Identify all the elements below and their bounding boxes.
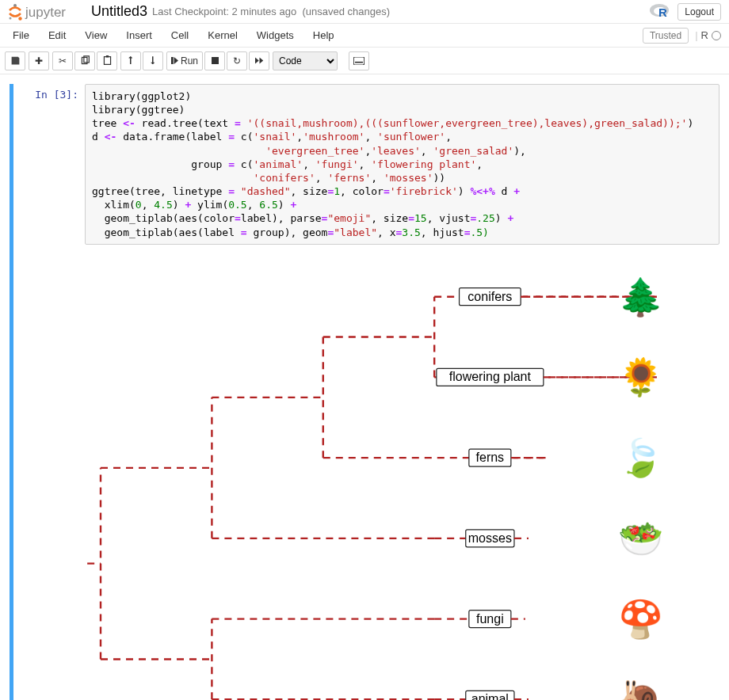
copy-button[interactable] <box>74 51 95 70</box>
menu-widgets[interactable]: Widgets <box>247 25 303 46</box>
command-palette-button[interactable] <box>349 51 369 70</box>
menu-help[interactable]: Help <box>303 25 344 46</box>
tip-emoji-leaves: 🍃 <box>618 436 664 480</box>
tip-emoji-sunflower: 🌻 <box>618 356 664 399</box>
code-input[interactable]: library(ggplot2) library(ggtree) tree <-… <box>85 84 719 245</box>
menu-edit[interactable]: Edit <box>39 25 75 46</box>
cell-type-select[interactable]: Code <box>273 51 338 70</box>
menubar: FileEditViewInsertCellKernelWidgetsHelp … <box>0 24 729 48</box>
kernel-indicator: | R <box>695 29 726 41</box>
kernel-idle-icon <box>712 31 721 40</box>
tip-emoji-snail: 🐌 <box>618 678 664 700</box>
svg-marker-15 <box>259 58 263 64</box>
toolbar: ✚ ✂ 🠕 🠗 Run ↻ Code <box>0 48 729 74</box>
interrupt-button[interactable] <box>204 51 225 70</box>
restart-button[interactable]: ↻ <box>227 51 247 70</box>
svg-rect-13 <box>212 57 219 64</box>
svg-rect-11 <box>171 57 174 64</box>
svg-rect-9 <box>104 57 110 65</box>
trusted-indicator[interactable]: Trusted <box>643 28 689 44</box>
svg-text:conifers: conifers <box>468 289 512 302</box>
cut-button[interactable]: ✂ <box>52 51 73 70</box>
paste-button[interactable] <box>97 51 117 70</box>
input-prompt: In [3]: <box>13 84 85 700</box>
svg-text:fungi: fungi <box>476 611 504 625</box>
svg-text:animal: animal <box>471 692 509 700</box>
svg-text:jupyter: jupyter <box>25 5 66 20</box>
menu-file[interactable]: File <box>3 25 39 46</box>
notebook-name[interactable]: Untitled3 <box>91 3 147 20</box>
move-down-button[interactable]: 🠗 <box>143 51 163 70</box>
svg-text:R: R <box>658 6 667 19</box>
svg-text:ferns: ferns <box>476 451 505 464</box>
svg-rect-10 <box>105 55 108 57</box>
tip-emoji-evergreen_tree: 🌲 <box>618 275 664 318</box>
phylo-tree-plot: animal🐌fungi🍄mosses🥗ferns🍃flowering plan… <box>85 257 703 700</box>
menu-cell[interactable]: Cell <box>162 25 198 46</box>
checkpoint-status: Last Checkpoint: 2 minutes ago (unsaved … <box>152 6 390 17</box>
notebook-container: In [3]: library(ggplot2) library(ggtree)… <box>0 74 729 700</box>
tip-emoji-green_salad: 🥗 <box>618 517 664 561</box>
svg-text:mosses: mosses <box>468 531 512 545</box>
menu-insert[interactable]: Insert <box>116 25 162 46</box>
svg-point-2 <box>18 17 21 20</box>
jupyter-logo[interactable]: jupyter <box>8 2 83 21</box>
menu-view[interactable]: View <box>75 25 116 46</box>
svg-marker-14 <box>255 58 259 64</box>
kernel-logo-r: R <box>649 2 671 21</box>
svg-text:flowering plant: flowering plant <box>449 370 532 383</box>
svg-marker-12 <box>174 57 178 64</box>
restart-run-all-button[interactable] <box>249 51 269 70</box>
tip-emoji-mushroom: 🍄 <box>618 597 664 641</box>
code-cell[interactable]: In [3]: library(ggplot2) library(ggtree)… <box>10 84 719 700</box>
menu-kernel[interactable]: Kernel <box>198 25 247 46</box>
cell-output: animal🐌fungi🍄mosses🥗ferns🍃flowering plan… <box>85 245 719 700</box>
move-up-button[interactable]: 🠕 <box>120 51 141 70</box>
save-button[interactable] <box>5 51 25 70</box>
run-button[interactable]: Run <box>166 51 203 70</box>
svg-point-1 <box>10 17 12 19</box>
insert-cell-button[interactable]: ✚ <box>29 51 49 70</box>
svg-rect-17 <box>355 61 363 63</box>
svg-rect-16 <box>353 57 364 65</box>
logout-button[interactable]: Logout <box>677 3 721 21</box>
notebook-header: jupyter Untitled3 Last Checkpoint: 2 min… <box>0 0 729 24</box>
